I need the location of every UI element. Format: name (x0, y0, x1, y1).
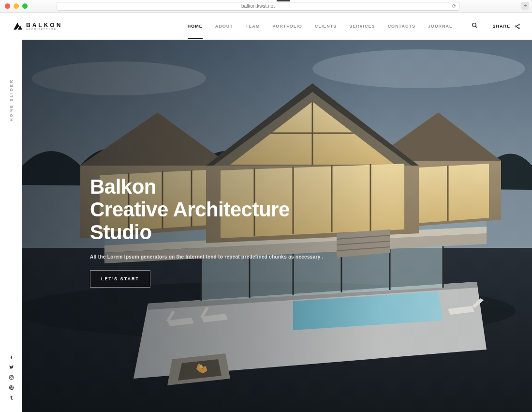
minimize-window-button[interactable] (14, 3, 19, 9)
active-tab-indicator (277, 0, 290, 1)
facebook-icon[interactable] (9, 354, 14, 361)
social-links (9, 354, 14, 401)
twitter-icon[interactable] (9, 365, 14, 371)
address-url: balkon.kwst.net (241, 3, 275, 9)
pinterest-icon[interactable] (9, 385, 14, 391)
nav-team[interactable]: TEAM (246, 24, 260, 29)
hero-subtitle: All the Lorem Ipsum generators on the In… (90, 254, 503, 259)
instagram-icon[interactable] (9, 375, 14, 381)
hero-title-line3: Studio (90, 221, 152, 244)
hero-title-line2: Creative Architecture (90, 198, 290, 221)
left-rail: HOME SLIDER (0, 40, 22, 412)
nav-services[interactable]: SERVICES (349, 24, 375, 29)
hero-title-line1: Balkon (90, 175, 156, 198)
share-icon (514, 23, 520, 30)
site-header: BALKON ARCHITECTURE HOME ABOUT TEAM PORT… (0, 13, 532, 40)
search-icon[interactable] (472, 22, 478, 31)
svg-line-7 (516, 25, 518, 26)
rail-section-label: HOME SLIDER (9, 78, 14, 121)
browser-chrome: balkon.kwst.net ⟳ + (0, 0, 532, 13)
tumblr-icon[interactable] (9, 395, 14, 401)
cta-button[interactable]: LET'S START (90, 270, 150, 288)
primary-nav: HOME ABOUT TEAM PORTFOLIO CLIENTS SERVIC… (188, 24, 453, 29)
maximize-window-button[interactable] (22, 3, 28, 9)
svg-point-11 (12, 376, 13, 377)
share-label: SHARE (492, 24, 510, 29)
hero-slider: Balkon Creative Architecture Studio All … (22, 40, 532, 412)
svg-marker-0 (14, 23, 19, 30)
nav-portfolio[interactable]: PORTFOLIO (272, 24, 302, 29)
nav-home[interactable]: HOME (188, 24, 203, 29)
nav-journal[interactable]: JOURNAL (428, 24, 453, 29)
svg-point-2 (473, 23, 476, 27)
logo[interactable]: BALKON ARCHITECTURE (14, 22, 62, 31)
window-controls (5, 3, 28, 9)
close-window-button[interactable] (5, 3, 10, 9)
reload-icon[interactable]: ⟳ (452, 3, 456, 9)
svg-point-10 (10, 377, 12, 379)
page-viewport: BALKON ARCHITECTURE HOME ABOUT TEAM PORT… (0, 13, 532, 412)
nav-about[interactable]: ABOUT (215, 24, 233, 29)
new-tab-button[interactable]: + (521, 2, 529, 10)
nav-contacts[interactable]: CONTACTS (388, 24, 415, 29)
svg-line-3 (476, 26, 477, 28)
logo-mark-icon (14, 22, 22, 31)
hero-text: Balkon Creative Architecture Studio All … (90, 175, 503, 288)
hero-title: Balkon Creative Architecture Studio (90, 175, 503, 244)
share-button[interactable]: SHARE (492, 23, 520, 30)
svg-line-8 (516, 27, 518, 28)
nav-clients[interactable]: CLIENTS (315, 24, 337, 29)
address-bar[interactable]: balkon.kwst.net ⟳ (57, 2, 459, 11)
